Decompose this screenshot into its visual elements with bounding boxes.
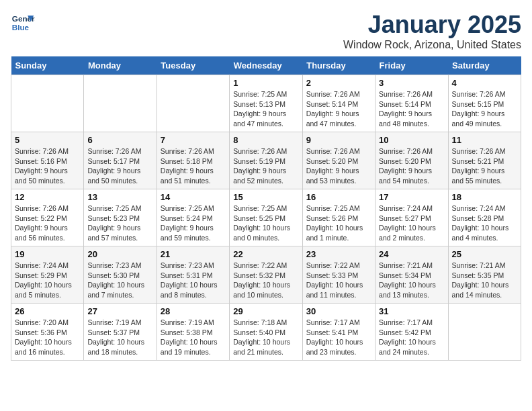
logo: General Blue [11,11,35,35]
cell-details: Sunrise: 7:21 AMSunset: 5:35 PMDaylight:… [452,261,517,300]
calendar-cell: 15Sunrise: 7:25 AMSunset: 5:25 PMDayligh… [230,189,302,246]
cell-details: Sunrise: 7:25 AMSunset: 5:13 PMDaylight:… [233,89,298,129]
calendar-cell: 26Sunrise: 7:20 AMSunset: 5:36 PMDayligh… [11,304,84,361]
date-number: 31 [379,306,444,316]
calendar-cell: 28Sunrise: 7:19 AMSunset: 5:38 PMDayligh… [157,304,229,361]
cell-details: Sunrise: 7:23 AMSunset: 5:31 PMDaylight:… [161,261,226,300]
week-row-2: 5Sunrise: 7:26 AMSunset: 5:16 PMDaylight… [11,132,521,189]
calendar-cell [84,75,157,132]
date-number: 6 [87,135,152,145]
date-number: 21 [161,249,226,259]
calendar-cell: 13Sunrise: 7:25 AMSunset: 5:23 PMDayligh… [84,189,157,246]
calendar-cell: 22Sunrise: 7:22 AMSunset: 5:32 PMDayligh… [230,246,302,304]
cell-details: Sunrise: 7:26 AMSunset: 5:16 PMDaylight:… [15,146,80,186]
cell-details: Sunrise: 7:19 AMSunset: 5:38 PMDaylight:… [161,318,226,357]
calendar-cell: 29Sunrise: 7:18 AMSunset: 5:40 PMDayligh… [230,304,302,361]
calendar-cell: 31Sunrise: 7:17 AMSunset: 5:42 PMDayligh… [375,304,448,361]
cell-details: Sunrise: 7:20 AMSunset: 5:36 PMDaylight:… [15,318,80,357]
col-sunday: Sunday [11,56,84,75]
header-row: Sunday Monday Tuesday Wednesday Thursday… [11,56,521,75]
week-row-3: 12Sunrise: 7:26 AMSunset: 5:22 PMDayligh… [11,189,521,246]
week-row-1: 1Sunrise: 7:25 AMSunset: 5:13 PMDaylight… [11,75,521,132]
week-row-5: 26Sunrise: 7:20 AMSunset: 5:36 PMDayligh… [11,304,521,361]
date-number: 16 [306,192,371,202]
calendar-cell: 20Sunrise: 7:23 AMSunset: 5:30 PMDayligh… [84,246,157,304]
date-number: 14 [161,192,226,202]
cell-details: Sunrise: 7:22 AMSunset: 5:32 PMDaylight:… [233,261,298,300]
calendar-cell: 18Sunrise: 7:24 AMSunset: 5:28 PMDayligh… [448,189,521,246]
col-saturday: Saturday [448,56,521,75]
svg-text:Blue: Blue [12,23,30,32]
cell-details: Sunrise: 7:25 AMSunset: 5:23 PMDaylight:… [87,203,152,243]
calendar-cell: 24Sunrise: 7:21 AMSunset: 5:34 PMDayligh… [375,246,448,304]
calendar-cell: 2Sunrise: 7:26 AMSunset: 5:14 PMDaylight… [302,75,375,132]
date-number: 22 [233,249,298,259]
date-number: 26 [15,306,80,316]
date-number: 10 [379,135,444,145]
cell-details: Sunrise: 7:17 AMSunset: 5:41 PMDaylight:… [306,318,371,357]
date-number: 7 [161,135,226,145]
date-number: 13 [87,192,152,202]
calendar-cell: 21Sunrise: 7:23 AMSunset: 5:31 PMDayligh… [157,246,229,304]
date-number: 30 [306,306,371,316]
title-area: January 2025 Window Rock, Arizona, Unite… [343,11,521,51]
week-row-4: 19Sunrise: 7:24 AMSunset: 5:29 PMDayligh… [11,246,521,304]
date-number: 11 [452,135,517,145]
cell-details: Sunrise: 7:26 AMSunset: 5:18 PMDaylight:… [161,146,226,186]
calendar-cell: 30Sunrise: 7:17 AMSunset: 5:41 PMDayligh… [302,304,375,361]
cell-details: Sunrise: 7:26 AMSunset: 5:21 PMDaylight:… [452,146,517,186]
calendar-cell: 11Sunrise: 7:26 AMSunset: 5:21 PMDayligh… [448,132,521,189]
date-number: 19 [15,249,80,259]
cell-details: Sunrise: 7:18 AMSunset: 5:40 PMDaylight:… [233,318,298,357]
cell-details: Sunrise: 7:21 AMSunset: 5:34 PMDaylight:… [379,261,444,300]
calendar-subtitle: Window Rock, Arizona, United States [343,39,521,51]
cell-details: Sunrise: 7:24 AMSunset: 5:27 PMDaylight:… [379,203,444,243]
calendar-title: January 2025 [343,11,521,39]
header: General Blue January 2025 Window Rock, A… [11,11,521,51]
calendar-cell: 10Sunrise: 7:26 AMSunset: 5:20 PMDayligh… [375,132,448,189]
col-thursday: Thursday [302,56,375,75]
calendar-cell: 25Sunrise: 7:21 AMSunset: 5:35 PMDayligh… [448,246,521,304]
cell-details: Sunrise: 7:25 AMSunset: 5:24 PMDaylight:… [161,203,226,243]
calendar-cell: 12Sunrise: 7:26 AMSunset: 5:22 PMDayligh… [11,189,84,246]
cell-details: Sunrise: 7:25 AMSunset: 5:26 PMDaylight:… [306,203,371,243]
date-number: 2 [306,78,371,88]
calendar-cell: 5Sunrise: 7:26 AMSunset: 5:16 PMDaylight… [11,132,84,189]
cell-details: Sunrise: 7:26 AMSunset: 5:17 PMDaylight:… [87,146,152,186]
cell-details: Sunrise: 7:26 AMSunset: 5:20 PMDaylight:… [306,146,371,186]
calendar-cell: 27Sunrise: 7:19 AMSunset: 5:37 PMDayligh… [84,304,157,361]
calendar-cell: 6Sunrise: 7:26 AMSunset: 5:17 PMDaylight… [84,132,157,189]
col-friday: Friday [375,56,448,75]
date-number: 17 [379,192,444,202]
calendar-cell: 1Sunrise: 7:25 AMSunset: 5:13 PMDaylight… [230,75,302,132]
date-number: 5 [15,135,80,145]
cell-details: Sunrise: 7:26 AMSunset: 5:14 PMDaylight:… [379,89,444,129]
date-number: 27 [87,306,152,316]
calendar-cell: 8Sunrise: 7:26 AMSunset: 5:19 PMDaylight… [230,132,302,189]
date-number: 25 [452,249,517,259]
cell-details: Sunrise: 7:23 AMSunset: 5:30 PMDaylight:… [87,261,152,300]
cell-details: Sunrise: 7:26 AMSunset: 5:19 PMDaylight:… [233,146,298,186]
calendar-cell: 16Sunrise: 7:25 AMSunset: 5:26 PMDayligh… [302,189,375,246]
cell-details: Sunrise: 7:25 AMSunset: 5:25 PMDaylight:… [233,203,298,243]
date-number: 1 [233,78,298,88]
calendar-cell [448,304,521,361]
calendar-cell: 19Sunrise: 7:24 AMSunset: 5:29 PMDayligh… [11,246,84,304]
date-number: 9 [306,135,371,145]
cell-details: Sunrise: 7:26 AMSunset: 5:15 PMDaylight:… [452,89,517,129]
date-number: 23 [306,249,371,259]
cell-details: Sunrise: 7:17 AMSunset: 5:42 PMDaylight:… [379,318,444,357]
cell-details: Sunrise: 7:26 AMSunset: 5:22 PMDaylight:… [15,203,80,243]
date-number: 18 [452,192,517,202]
col-tuesday: Tuesday [157,56,229,75]
date-number: 12 [15,192,80,202]
calendar-cell: 14Sunrise: 7:25 AMSunset: 5:24 PMDayligh… [157,189,229,246]
date-number: 20 [87,249,152,259]
date-number: 24 [379,249,444,259]
date-number: 15 [233,192,298,202]
logo-icon: General Blue [11,11,35,35]
col-wednesday: Wednesday [230,56,302,75]
date-number: 29 [233,306,298,316]
cell-details: Sunrise: 7:19 AMSunset: 5:37 PMDaylight:… [87,318,152,357]
calendar-cell [11,75,84,132]
